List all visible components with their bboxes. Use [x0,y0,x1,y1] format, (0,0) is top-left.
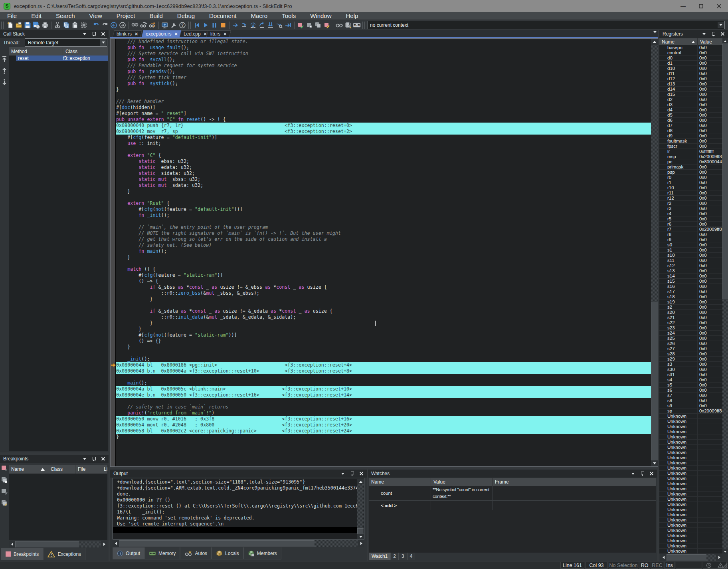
callstack-col-method[interactable]: Method [9,47,63,56]
register-row[interactable]: Unknown [659,466,722,471]
watches-menu-button[interactable] [631,471,635,476]
register-row[interactable]: s270x0 [659,346,722,351]
breakpoints-close-button[interactable] [101,456,105,461]
status-readonly[interactable]: RO [639,562,650,569]
register-row[interactable]: Unknown [659,424,722,429]
output-close-button[interactable] [359,471,364,476]
register-row[interactable]: Unknown [659,476,722,481]
watch-add-row[interactable]: < add > [369,501,656,510]
register-row[interactable]: Unknown [659,538,722,543]
register-row[interactable]: Unknown [659,497,722,502]
editor-gutter[interactable] [111,39,116,466]
breakpoint-delete-button[interactable] [1,488,8,497]
register-row[interactable]: s140x0 [659,274,722,279]
register-row[interactable]: r40x0 [659,211,722,216]
callstack-row[interactable]: reset f3::exception [9,56,108,61]
breakpoint-clear-button[interactable] [314,21,322,29]
scroll-up-button[interactable] [722,38,728,44]
tab-members[interactable]: Members [243,547,281,559]
tab-output[interactable]: Output [113,547,144,559]
register-row[interactable]: r30x0 [659,206,722,211]
redo-button[interactable] [101,21,109,29]
breakpoint-edit-button[interactable] [322,21,331,29]
register-row[interactable]: s60x0 [659,388,722,393]
editor[interactable]: /// Undefined instruction or illegal sta… [110,38,658,467]
register-row[interactable]: msp0x20009ff8 [659,154,722,159]
scroll-up-button[interactable] [651,39,658,45]
toolbar-grip[interactable] [188,22,191,29]
register-row[interactable]: Unknown [659,419,722,424]
debug-restart-button[interactable] [192,21,201,29]
context-combobox[interactable]: no current context [368,21,725,29]
register-row[interactable]: d80x0 [659,128,722,133]
register-row[interactable]: r80x0 [659,232,722,237]
register-row[interactable]: s220x0 [659,320,722,325]
register-row[interactable]: s280x0 [659,351,722,357]
register-row[interactable]: s90x0 [659,403,722,408]
toolbar-grip[interactable] [362,22,365,29]
breakpoint-copy-button[interactable] [1,477,8,485]
tab-3[interactable]: 3 [399,553,407,560]
register-row[interactable]: r110x0 [659,190,722,196]
registers-col-value[interactable]: Value [698,38,722,45]
register-row[interactable]: Unknown [659,507,722,512]
thread-combobox[interactable]: Remote target [25,38,107,47]
save-all-button[interactable] [32,21,41,29]
menu-tools[interactable]: Tools [275,12,303,20]
register-row[interactable]: d150x0 [659,92,722,97]
register-row[interactable]: s00x0 [659,242,722,248]
tab-autos[interactable]: Autos [180,547,212,559]
register-row[interactable]: Unknown [659,502,722,507]
menu-edit[interactable]: Edit [24,12,49,20]
tab-memory[interactable]: Memory [144,547,180,559]
paste-button[interactable] [71,21,79,29]
tab-4[interactable]: 4 [407,553,415,560]
scroll-down-button[interactable] [722,549,728,554]
output-pin-button[interactable] [350,471,354,476]
register-row[interactable]: d70x0 [659,123,722,128]
scrollbar-thumb[interactable] [119,540,315,547]
registers-close-button[interactable] [720,32,725,36]
cut-button[interactable] [53,21,62,29]
back-button[interactable] [109,21,118,29]
help-button[interactable]: ? [178,21,187,29]
register-row[interactable]: Unknown [659,450,722,455]
minimize-button[interactable]: — [674,0,692,12]
scroll-down-button[interactable] [357,534,364,539]
register-row[interactable]: s210x0 [659,315,722,320]
register-row[interactable]: s50x0 [659,383,722,388]
register-row[interactable]: r00x0 [659,175,722,180]
register-row[interactable]: Unknown [659,533,722,538]
scroll-down-button[interactable] [651,460,658,466]
register-row[interactable]: pc0x8000044 [659,159,722,165]
register-row[interactable]: primask0x0 [659,165,722,170]
register-row[interactable]: basepri0x0 [659,45,722,50]
breakpoints-col-line[interactable]: Line [102,465,107,474]
register-row[interactable]: Unknown [659,414,722,419]
find-next-button[interactable] [139,21,148,29]
menu-file[interactable]: File [0,12,24,20]
register-row[interactable]: s300x0 [659,367,722,372]
registers-button[interactable]: 0c0 [352,21,361,29]
register-row[interactable]: r120x0 [659,196,722,201]
register-row[interactable]: s200x0 [659,310,722,315]
stack-up-button[interactable] [2,67,7,75]
register-row[interactable]: Unknown [659,460,722,466]
scroll-left-button[interactable] [9,541,15,547]
register-row[interactable]: Unknown [659,471,722,476]
menu-help[interactable]: Help [339,12,366,20]
step-instruction-button[interactable] [249,21,257,29]
open-folder-button[interactable] [14,21,23,29]
watches-col-name[interactable]: Name [369,478,431,486]
register-row[interactable]: s250x0 [659,336,722,341]
undo-button[interactable] [92,21,101,29]
register-row[interactable]: Unknown [659,517,722,523]
tab-2[interactable]: 2 [390,553,399,560]
register-row[interactable]: d00x0 [659,56,722,61]
watch-button[interactable] [335,21,344,29]
scrollbar-track[interactable] [315,540,358,547]
scrollbar-thumb[interactable] [667,554,706,561]
register-row[interactable]: Unknown [659,455,722,460]
register-row[interactable]: s80x0 [659,398,722,403]
find-button[interactable] [131,21,139,29]
